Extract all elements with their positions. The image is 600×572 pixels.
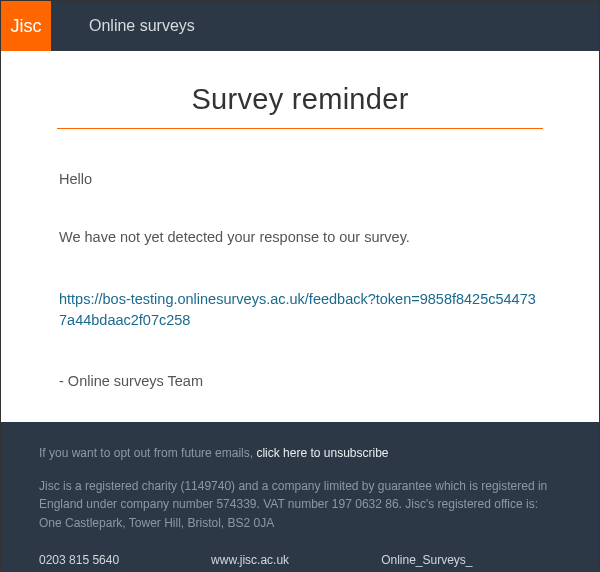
divider	[57, 128, 543, 129]
email-footer: If you want to opt out from future email…	[1, 422, 599, 572]
jisc-logo: Jisc	[1, 1, 51, 51]
signoff-text: - Online surveys Team	[59, 371, 541, 393]
greeting-text: Hello	[59, 169, 541, 191]
contact-website: www.jisc.ac.uk	[211, 551, 289, 570]
survey-link[interactable]: https://bos-testing.onlinesurveys.ac.uk/…	[59, 289, 541, 331]
opt-out-text: If you want to opt out from future email…	[39, 444, 561, 463]
legal-text: Jisc is a registered charity (1149740) a…	[39, 477, 561, 533]
reminder-message: We have not yet detected your response t…	[59, 227, 541, 249]
email-header: Jisc Online surveys	[1, 1, 599, 51]
contact-phone: 0203 815 5640	[39, 551, 119, 570]
email-title: Survey reminder	[39, 83, 561, 116]
contact-row: 0203 815 5640 www.jisc.ac.uk Online_Surv…	[39, 551, 561, 570]
email-body: Survey reminder Hello We have not yet de…	[1, 51, 599, 422]
unsubscribe-link[interactable]: click here to unsubscribe	[256, 446, 388, 460]
opt-out-prefix: If you want to opt out from future email…	[39, 446, 256, 460]
contact-social: Online_Surveys_	[381, 551, 472, 570]
product-name: Online surveys	[89, 17, 195, 35]
